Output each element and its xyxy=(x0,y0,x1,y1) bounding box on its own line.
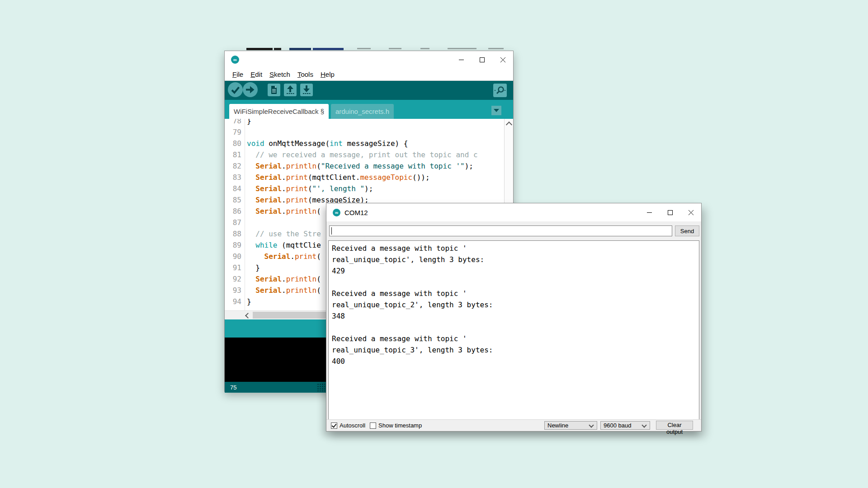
autoscroll-checkbox[interactable] xyxy=(331,422,337,429)
autoscroll-label: Autoscroll xyxy=(340,422,365,429)
menu-file[interactable]: File xyxy=(229,70,246,79)
send-button[interactable]: Send xyxy=(675,225,699,236)
artifact-segment xyxy=(357,48,371,49)
shadow-dither-artifact xyxy=(317,383,325,391)
ide-titlebar: ∞ xyxy=(225,51,513,68)
background-window-artifact xyxy=(244,48,515,50)
artifact-segment xyxy=(488,48,504,49)
chevron-down-icon xyxy=(642,422,646,427)
serial-output-area[interactable]: Received a message with topic ' real_uni… xyxy=(328,240,699,420)
show-timestamp-label: Show timestamp xyxy=(378,422,422,429)
save-button[interactable] xyxy=(300,84,313,98)
save-icon xyxy=(300,91,313,98)
artifact-segment xyxy=(246,48,273,50)
clear-output-button[interactable]: Clear output xyxy=(656,421,693,430)
upload-icon xyxy=(243,92,258,99)
menu-sketch[interactable]: Sketch xyxy=(266,70,293,79)
arduino-logo-icon: ∞ xyxy=(231,56,239,64)
menu-help[interactable]: Help xyxy=(317,70,338,79)
tab-wifisimplereceivecallback[interactable]: WiFiSimpleReceiveCallback § xyxy=(229,104,329,119)
line-ending-select[interactable]: Newline xyxy=(544,421,597,430)
maximize-button[interactable] xyxy=(472,51,492,68)
ide-menubar: File Edit Sketch Tools Help xyxy=(225,68,513,81)
close-button[interactable] xyxy=(492,51,513,68)
scroll-left-button[interactable] xyxy=(244,311,252,319)
upload-button[interactable] xyxy=(243,82,258,99)
menu-edit[interactable]: Edit xyxy=(247,70,265,79)
serial-monitor-footer: Autoscroll Show timestamp Newline 9600 b… xyxy=(326,419,701,431)
minimize-button[interactable] xyxy=(451,51,472,68)
chevron-down-icon xyxy=(589,422,594,427)
serial-monitor-button[interactable] xyxy=(493,84,507,99)
serial-monitor-icon xyxy=(493,92,507,99)
close-button[interactable] xyxy=(680,203,701,221)
artifact-segment xyxy=(389,48,401,49)
ide-tabbar: WiFiSimpleReceiveCallback § arduino_secr… xyxy=(225,100,513,119)
artifact-segment xyxy=(313,48,344,50)
scroll-up-icon xyxy=(505,122,512,128)
verify-button[interactable] xyxy=(228,82,243,99)
editor-gutter: 7879808182838485868788899091929394 xyxy=(225,119,245,310)
tab-list-dropdown-button[interactable] xyxy=(491,106,501,115)
serial-monitor-window-controls xyxy=(639,203,701,221)
new-sketch-icon xyxy=(268,91,280,98)
menu-tools[interactable]: Tools xyxy=(294,70,316,79)
serial-monitor-window: ∞ COM12 Send Received a message with top… xyxy=(326,203,702,432)
serial-monitor-titlebar: ∞ COM12 xyxy=(326,203,701,221)
scroll-left-icon xyxy=(245,313,251,319)
serial-input-row: Send xyxy=(326,221,701,240)
ide-window-controls xyxy=(451,51,513,68)
maximize-button[interactable] xyxy=(660,203,680,221)
artifact-segment xyxy=(448,48,476,49)
serial-message-input[interactable] xyxy=(329,225,672,236)
arduino-logo-icon: ∞ xyxy=(333,209,340,216)
serial-monitor-title: COM12 xyxy=(344,209,368,216)
cursor-line-indicator: 75 xyxy=(230,384,236,391)
artifact-segment xyxy=(289,48,311,50)
tab-arduino-secrets[interactable]: arduino_secrets.h xyxy=(331,104,394,119)
text-caret xyxy=(331,227,332,235)
artifact-segment xyxy=(274,48,281,50)
show-timestamp-checkbox[interactable] xyxy=(370,422,376,429)
minimize-button[interactable] xyxy=(639,203,660,221)
artifact-segment xyxy=(420,48,429,49)
open-button[interactable] xyxy=(284,84,297,98)
open-icon xyxy=(284,91,297,98)
ide-toolbar xyxy=(225,81,513,100)
desktop-background: ∞ File Edit Sketch Tools Help xyxy=(0,0,868,488)
chevron-down-icon xyxy=(494,109,499,112)
new-sketch-button[interactable] xyxy=(268,84,280,98)
baud-rate-select[interactable]: 9600 baud xyxy=(600,421,650,430)
verify-icon xyxy=(228,92,243,99)
